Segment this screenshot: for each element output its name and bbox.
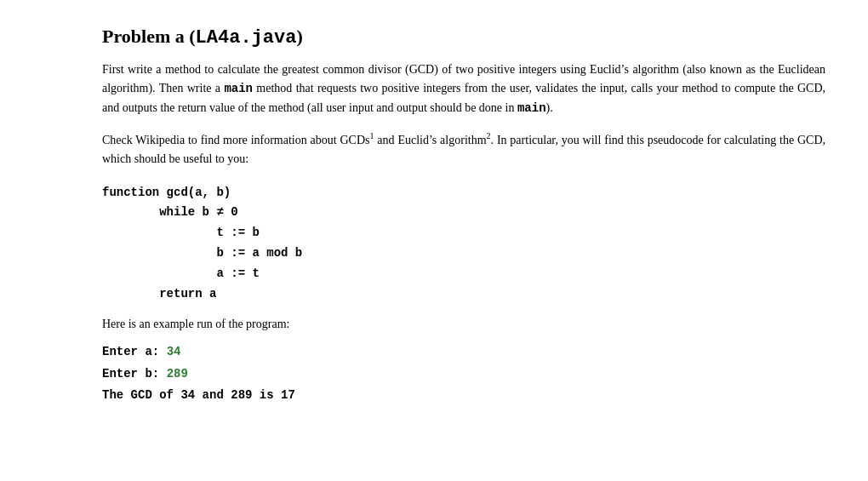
- example-line2-value: 289: [167, 367, 188, 381]
- p1-end: ).: [546, 101, 553, 114]
- example-output-block: Enter a: 34 Enter b: 289 The GCD of 34 a…: [102, 341, 825, 406]
- code-line-3: t := b: [102, 223, 825, 243]
- example-line-3: The GCD of 34 and 289 is 17: [102, 385, 825, 406]
- example-line3-label: The GCD of 34 and 289 is 17: [102, 388, 295, 402]
- title-filename: LA4a.java: [196, 27, 297, 49]
- example-line-2: Enter b: 289: [102, 364, 825, 385]
- example-heading: Here is an example run of the program:: [102, 318, 825, 331]
- page-title: Problem a (LA4a.java): [102, 26, 825, 49]
- example-line2-label: Enter b:: [102, 367, 167, 381]
- code-line-5: a := t: [102, 264, 825, 284]
- paragraph-1: First write a method to calculate the gr…: [102, 60, 825, 117]
- p1-main2-keyword: main: [517, 101, 546, 115]
- pseudocode-block: function gcd(a, b) while b ≠ 0 t := b b …: [102, 183, 825, 305]
- code-line-1: function gcd(a, b): [102, 183, 825, 203]
- paragraph-2: Check Wikipedia to find more information…: [102, 129, 825, 169]
- example-line-1: Enter a: 34: [102, 341, 825, 363]
- p1-main-keyword: main: [224, 82, 253, 95]
- example-line1-label: Enter a:: [102, 345, 167, 358]
- example-line1-value: 34: [167, 345, 181, 358]
- code-line-2: while b ≠ 0: [102, 203, 825, 223]
- p2-mid: and Euclid’s algorithm: [374, 134, 487, 146]
- p2-start: Check Wikipedia to find more information…: [102, 134, 370, 146]
- title-close: ): [296, 26, 302, 47]
- title-text-plain: Problem a (: [102, 26, 196, 47]
- code-line-4: b := a mod b: [102, 243, 825, 264]
- code-line-6: return a: [102, 284, 825, 305]
